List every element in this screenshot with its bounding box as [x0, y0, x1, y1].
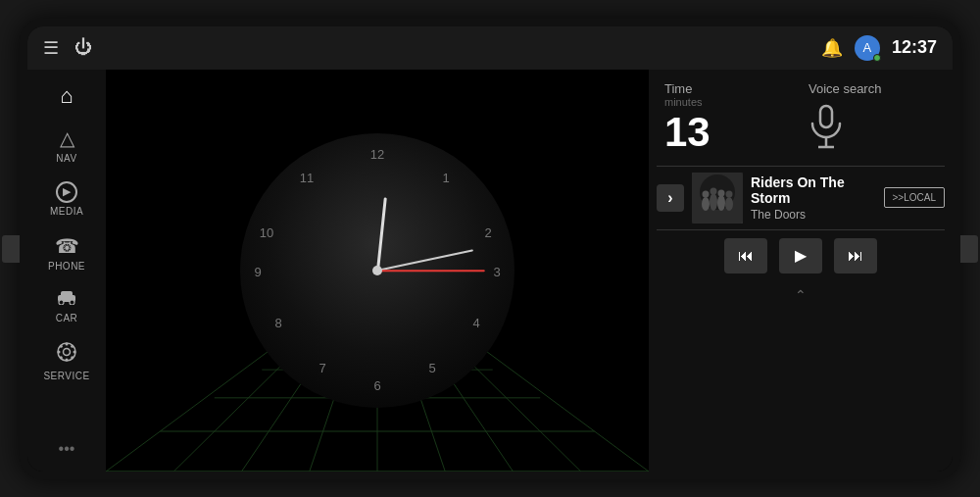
- svg-text:6: 6: [373, 378, 380, 393]
- service-label: SERVICE: [43, 371, 89, 381]
- status-bar: ☰ ⏻ 🔔 A 12:37: [27, 26, 953, 70]
- sidebar-item-phone[interactable]: ☎ PHONE: [27, 226, 106, 279]
- svg-text:4: 4: [472, 316, 479, 330]
- play-button[interactable]: ▶: [779, 238, 822, 273]
- controls-row: ⏮ ▶ ⏭: [649, 230, 953, 283]
- local-button[interactable]: >>LOCAL: [884, 187, 945, 208]
- track-info: Riders On The Storm The Doors: [751, 174, 876, 222]
- album-art: [692, 173, 743, 224]
- prev-icon: ⏮: [738, 247, 754, 265]
- svg-rect-42: [820, 106, 832, 127]
- time-value: 13: [664, 112, 793, 153]
- sidebar-more[interactable]: •••: [51, 432, 83, 466]
- car-label: CAR: [56, 313, 78, 323]
- voice-search-button[interactable]: [808, 104, 844, 158]
- mount-left: [2, 235, 20, 263]
- svg-point-54: [726, 190, 733, 197]
- svg-text:8: 8: [274, 316, 281, 330]
- phone-label: PHONE: [48, 261, 85, 272]
- svg-text:9: 9: [254, 265, 261, 279]
- screen: ☰ ⏻ 🔔 A 12:37 ⌂ △ N: [27, 26, 953, 472]
- svg-text:5: 5: [428, 361, 435, 375]
- status-time: 12:37: [892, 37, 937, 58]
- media-label: MEDIA: [50, 206, 83, 217]
- phone-icon: ☎: [55, 234, 79, 258]
- clock-center-dot: [372, 266, 382, 275]
- sidebar-item-media[interactable]: ▶ MEDIA: [27, 174, 106, 224]
- svg-point-7: [66, 358, 69, 361]
- clock-area: 12 1 2 3 4 5 6 7 8 9 10 11: [106, 70, 649, 472]
- service-icon: [56, 341, 77, 368]
- svg-point-8: [58, 350, 61, 353]
- svg-point-5: [64, 348, 71, 355]
- prev-button[interactable]: ⏮: [724, 238, 767, 273]
- expand-button[interactable]: ›: [657, 184, 684, 212]
- sidebar-item-car[interactable]: CAR: [27, 281, 106, 331]
- main-content: ⌂ △ NAV ▶ MEDIA ☎ PHONE: [27, 70, 953, 472]
- svg-point-51: [717, 195, 725, 211]
- expand-icon: ›: [667, 189, 672, 207]
- svg-point-6: [66, 342, 69, 345]
- svg-point-53: [725, 197, 733, 211]
- home-icon: ⌂: [60, 83, 73, 109]
- svg-point-11: [71, 356, 74, 359]
- voice-block: Voice search: [808, 81, 937, 158]
- clock-second-hand: [377, 270, 485, 272]
- chevron-up-icon: ⌃: [795, 287, 807, 303]
- next-button[interactable]: ⏭: [834, 238, 877, 273]
- svg-text:11: 11: [300, 171, 314, 185]
- nav-icon: △: [60, 126, 74, 150]
- power-icon[interactable]: ⏻: [74, 37, 92, 58]
- svg-text:1: 1: [442, 171, 449, 185]
- sidebar-item-service[interactable]: SERVICE: [27, 333, 106, 389]
- svg-point-10: [60, 344, 63, 347]
- svg-point-48: [703, 190, 710, 197]
- avatar[interactable]: A: [855, 35, 880, 61]
- next-icon: ⏭: [848, 247, 863, 265]
- svg-text:10: 10: [260, 225, 273, 240]
- svg-point-12: [71, 344, 74, 347]
- svg-text:2: 2: [484, 225, 491, 240]
- more-icon: •••: [59, 440, 75, 457]
- svg-point-3: [70, 300, 74, 305]
- clock-face: 12 1 2 3 4 5 6 7 8 9 10 11: [240, 133, 514, 408]
- sidebar-item-home[interactable]: ⌂: [27, 75, 106, 117]
- svg-point-49: [710, 193, 717, 211]
- avatar-status-dot: [873, 54, 881, 62]
- info-row: Time minutes 13 Voice search: [649, 70, 953, 166]
- time-block: Time minutes 13: [664, 81, 793, 158]
- svg-point-47: [702, 197, 710, 211]
- bell-icon[interactable]: 🔔: [821, 37, 843, 59]
- svg-text:7: 7: [318, 361, 325, 375]
- svg-point-9: [74, 350, 76, 353]
- play-icon: ▶: [795, 246, 807, 265]
- svg-point-2: [59, 300, 64, 305]
- voice-label: Voice search: [808, 81, 881, 96]
- svg-point-13: [60, 356, 63, 359]
- device-body: ☰ ⏻ 🔔 A 12:37 ⌂ △ N: [20, 19, 960, 479]
- track-artist: The Doors: [751, 208, 876, 222]
- nav-label: NAV: [56, 153, 76, 164]
- now-playing-row: ›: [649, 167, 953, 229]
- track-title: Riders On The Storm: [751, 174, 876, 206]
- svg-text:3: 3: [493, 265, 500, 279]
- car-icon: [56, 289, 77, 310]
- svg-point-50: [710, 187, 717, 194]
- bottom-chevron[interactable]: ⌃: [649, 283, 953, 307]
- menu-icon[interactable]: ☰: [43, 37, 59, 59]
- sidebar: ⌂ △ NAV ▶ MEDIA ☎ PHONE: [27, 70, 106, 472]
- svg-rect-1: [61, 291, 73, 297]
- media-icon: ▶: [56, 181, 77, 203]
- album-art-inner: [692, 173, 743, 224]
- svg-point-52: [718, 189, 725, 196]
- mount-right: [960, 235, 978, 263]
- svg-text:12: 12: [370, 147, 384, 162]
- sidebar-item-nav[interactable]: △ NAV: [27, 119, 106, 172]
- right-panel: Time minutes 13 Voice search: [649, 70, 953, 472]
- time-label: Time: [664, 81, 793, 96]
- time-sublabel: minutes: [664, 96, 793, 108]
